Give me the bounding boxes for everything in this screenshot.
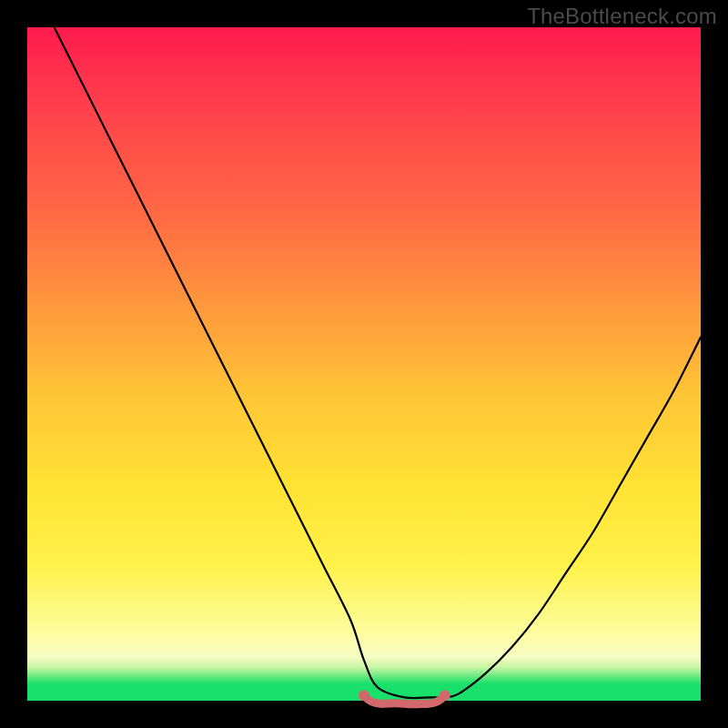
optimal-flat-marker-start [359, 690, 369, 701]
bottleneck-curve [55, 27, 701, 698]
optimal-flat-marker-end [440, 690, 450, 701]
chart-frame: TheBottleneck.com [0, 0, 728, 728]
watermark-text: TheBottleneck.com [527, 4, 717, 29]
chart-overlay [27, 27, 701, 701]
